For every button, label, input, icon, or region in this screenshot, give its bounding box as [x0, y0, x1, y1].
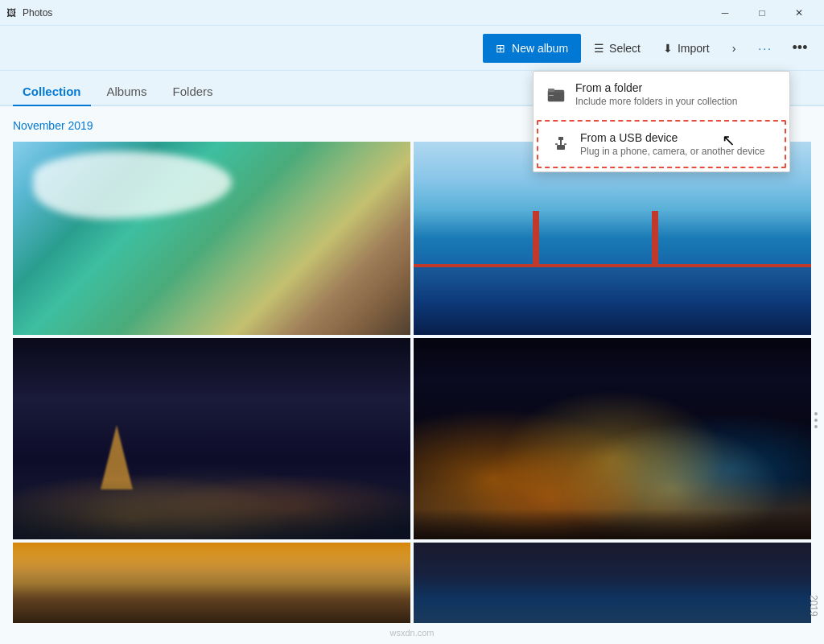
folder-icon — [546, 85, 566, 104]
eiffel-tower-shape — [101, 425, 133, 489]
scroll-dot-2 — [814, 419, 818, 422]
tab-albums[interactable]: Albums — [97, 78, 157, 105]
bridge-water — [414, 267, 811, 335]
scroll-indicator — [814, 412, 818, 428]
photo-eiffel[interactable] — [13, 338, 410, 539]
new-album-icon: ⊞ — [496, 42, 505, 55]
new-album-button[interactable]: ⊞ New album — [483, 34, 581, 63]
usb-icon — [551, 134, 571, 154]
menu-item-usb-title: From a USB device — [580, 131, 764, 144]
photo-aerial[interactable] — [13, 142, 410, 335]
eiffel-city-lights — [13, 439, 410, 539]
watermark: wsxdn.com — [389, 628, 434, 638]
more-options-button[interactable]: ••• — [785, 34, 814, 63]
menu-item-usb-subtitle: Plug in a phone, camera, or another devi… — [580, 146, 764, 157]
menu-item-folder-text: From a folder Include more folders in yo… — [575, 81, 737, 107]
photo-grid-row3 — [13, 543, 811, 623]
svg-rect-3 — [558, 137, 563, 140]
svg-rect-5 — [557, 145, 565, 150]
svg-rect-2 — [549, 95, 554, 96]
select-icon: ☰ — [594, 42, 604, 55]
app-title-area: 🖼 Photos — [6, 7, 52, 19]
close-button[interactable]: ✕ — [781, 0, 818, 26]
toolbar: ⊞ New album ☰ Select ⬇ Import › ··· ••• — [0, 26, 824, 71]
photo-partial1[interactable] — [13, 543, 410, 623]
maximize-button[interactable]: □ — [744, 0, 781, 26]
window-controls: ─ □ ✕ — [707, 0, 818, 26]
photo-grid-row2 — [13, 338, 811, 539]
bridge-tower-right — [652, 211, 658, 267]
import-label: Import — [678, 42, 710, 55]
loading-indicator: ··· — [748, 34, 782, 63]
app-icon: 🖼 — [6, 7, 16, 19]
chevron-button[interactable]: › — [723, 34, 746, 63]
new-album-label: New album — [512, 42, 568, 55]
title-bar: 🖼 Photos ─ □ ✕ — [0, 0, 824, 26]
import-button[interactable]: ⬇ Import — [653, 34, 719, 63]
select-label: Select — [609, 42, 641, 55]
minimize-button[interactable]: ─ — [707, 0, 744, 26]
bridge-tower-left — [533, 211, 539, 267]
import-icon: ⬇ — [663, 42, 673, 55]
menu-item-from-usb[interactable]: From a USB device Plug in a phone, camer… — [537, 120, 786, 168]
chevron-right-icon: › — [732, 42, 736, 55]
vegas-reflection — [414, 479, 811, 539]
import-dropdown-menu: From a folder Include more folders in yo… — [533, 71, 790, 172]
loading-icon: ··· — [758, 42, 772, 55]
tab-folders[interactable]: Folders — [163, 78, 223, 105]
svg-rect-1 — [548, 89, 554, 92]
menu-item-usb-text: From a USB device Plug in a phone, camer… — [580, 131, 764, 157]
select-button[interactable]: ☰ Select — [584, 34, 650, 63]
scroll-dot-3 — [814, 425, 818, 428]
tab-collection[interactable]: Collection — [13, 78, 91, 106]
more-dots-icon: ••• — [793, 39, 808, 56]
menu-item-from-folder[interactable]: From a folder Include more folders in yo… — [534, 72, 789, 117]
svg-rect-6 — [555, 143, 558, 145]
menu-item-folder-subtitle: Include more folders in your collection — [575, 96, 737, 107]
photo-vegas[interactable] — [414, 338, 811, 539]
bridge-road — [414, 264, 811, 267]
app-title: Photos — [23, 7, 52, 19]
scroll-dot-1 — [814, 412, 818, 415]
main-content[interactable]: November 2019 — [0, 106, 824, 644]
photo-partial2[interactable] — [414, 543, 811, 623]
svg-rect-7 — [564, 143, 566, 145]
menu-item-folder-title: From a folder — [575, 81, 737, 94]
year-label: 2019 — [805, 592, 822, 620]
